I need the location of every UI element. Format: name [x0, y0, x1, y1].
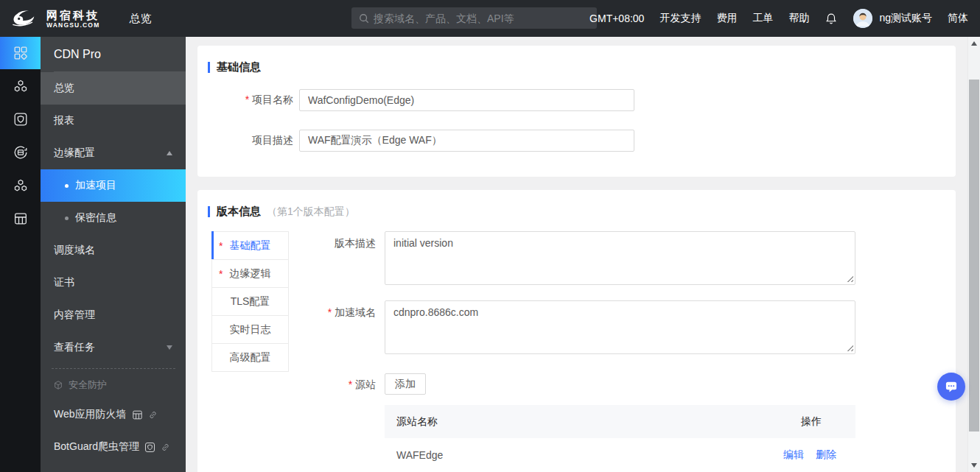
billing-link[interactable]: 费用: [716, 12, 737, 25]
sidebar-item-view-tasks[interactable]: 查看任务: [41, 331, 186, 364]
project-desc-input[interactable]: [299, 130, 634, 152]
basic-info-title: 基础信息: [208, 60, 956, 74]
calculator-icon: [13, 211, 29, 227]
brand-text: 网宿科技 WANGSU.COM: [46, 9, 99, 29]
circular-storage-icon: [13, 144, 29, 161]
title-accent-bar: [208, 206, 210, 217]
avatar: [853, 9, 872, 28]
sidebar-item-label: Web应用防火墙: [54, 408, 127, 421]
scroll-down-arrow[interactable]: [971, 463, 977, 468]
topnav-overview[interactable]: 总览: [129, 12, 151, 26]
sidebar-item-label: 报表: [54, 114, 74, 127]
cube-icon: [53, 380, 63, 390]
sidebar-item-scheduling-domains[interactable]: 调度域名: [41, 234, 186, 267]
calculator-icon: [131, 409, 144, 421]
timezone-selector[interactable]: GMT+08:00: [589, 13, 644, 24]
tab-edge-logic[interactable]: 边缘逻辑: [211, 259, 289, 288]
sidebar-item-label: 调度域名: [54, 244, 95, 257]
rail-item-security[interactable]: [0, 103, 41, 135]
origin-actions-cell: 编辑 删除: [582, 438, 855, 472]
bell-icon[interactable]: [825, 12, 838, 26]
wangsu-swoosh-icon: [10, 6, 40, 31]
project-desc-row: 项目描述: [208, 130, 956, 152]
brand-name-cn: 网宿科技: [46, 9, 99, 21]
chevron-down-icon: [167, 345, 172, 350]
chevron-up-icon: [167, 151, 172, 155]
sidebar-menu: CDN Pro 总览 报表 边缘配置 加速项目 保密信息 调度域名: [41, 37, 186, 472]
tab-realtime-log[interactable]: 实时日志: [211, 315, 289, 344]
origin-name-cell: WAFEdge: [385, 438, 582, 472]
sidebar-item-waf[interactable]: Web应用防火墙: [41, 398, 186, 431]
origin-table-header: 源站名称 操作: [385, 405, 855, 438]
dev-support-link[interactable]: 开发支持: [659, 12, 701, 25]
table-row: WAFEdge 编辑 删除: [385, 438, 855, 472]
scroll-up-arrow[interactable]: [971, 41, 977, 46]
col-actions: 操作: [582, 405, 855, 438]
version-tab-list: 基础配置 边缘逻辑 TLS配置 实时日志 高级配置: [211, 231, 289, 472]
edit-origin-link[interactable]: 编辑: [783, 448, 804, 460]
account-menu[interactable]: ng测试账号: [853, 9, 932, 28]
project-desc-label: 项目描述: [208, 134, 293, 147]
col-origin-name: 源站名称: [385, 405, 582, 438]
sidebar-item-label: 内容管理: [54, 309, 95, 322]
tab-label: 基础配置: [230, 239, 271, 253]
project-name-input[interactable]: [299, 89, 634, 111]
chat-bubble-icon: [944, 379, 959, 394]
version-info-card: 版本信息 （第1个版本配置） 基础配置 边缘逻辑: [197, 190, 956, 472]
apps-grid-icon: [13, 45, 29, 61]
tab-tls-config[interactable]: TLS配置: [211, 287, 289, 316]
section-title-text: 基础信息: [217, 60, 261, 74]
external-link-icon: [148, 410, 158, 420]
cluster-icon: [13, 78, 29, 94]
accel-domain-row: 加速域名 cdnpro.8686c.com: [289, 300, 956, 354]
search-input[interactable]: [374, 13, 589, 24]
sidebar-item-content-mgmt[interactable]: 内容管理: [41, 299, 186, 331]
tab-label: 高级配置: [230, 351, 271, 364]
title-accent-bar: [208, 62, 210, 73]
brand-logo[interactable]: 网宿科技 WANGSU.COM: [10, 6, 99, 31]
page-body: CDN Pro 总览 报表 边缘配置 加速项目 保密信息 调度域名: [0, 37, 980, 472]
rail-item-storage[interactable]: [0, 136, 41, 169]
bullet-dot: [65, 184, 69, 188]
sidebar-item-accel-projects[interactable]: 加速项目: [41, 169, 186, 202]
project-name-row: 项目名称: [208, 89, 956, 111]
sidebar-item-reports[interactable]: 报表: [41, 105, 186, 137]
bullet-dot: [65, 216, 69, 220]
help-link[interactable]: 帮助: [788, 12, 809, 25]
rail-item-cdn-pro[interactable]: [0, 37, 41, 69]
version-form: 版本描述 initial version 加速域名 cdnpro.8686c.c…: [289, 231, 956, 472]
top-header: 网宿科技 WANGSU.COM 总览 GMT+08:00 开发支持 费用 工单 …: [0, 0, 980, 37]
sidebar-item-certificates[interactable]: 证书: [41, 267, 186, 299]
support-chat-button[interactable]: [937, 373, 965, 401]
language-toggle[interactable]: 简体: [948, 12, 968, 25]
version-desc-row: 版本描述 initial version: [289, 231, 956, 285]
sidebar-item-label: 加速项目: [75, 179, 116, 192]
sidebar-item-label: 证书: [54, 276, 74, 289]
sidebar-item-overview[interactable]: 总览: [41, 72, 186, 105]
sidebar-item-edge-config[interactable]: 边缘配置: [41, 137, 186, 169]
version-desc-textarea[interactable]: initial version: [385, 231, 855, 285]
shield-square-icon: [144, 441, 156, 454]
scrollbar-thumb[interactable]: [969, 80, 979, 432]
sidebar-item-botguard[interactable]: BotGuard爬虫管理: [41, 431, 186, 463]
delete-origin-link[interactable]: 删除: [816, 448, 836, 460]
tab-label: 边缘逻辑: [230, 267, 271, 281]
origin-table: 源站名称 操作 WAFEdge 编辑: [385, 405, 855, 472]
product-title: CDN Pro: [41, 37, 186, 72]
add-origin-button[interactable]: 添加: [385, 373, 426, 395]
section-title-text: 版本信息: [217, 205, 261, 219]
rail-item-billing-calc[interactable]: [0, 202, 41, 235]
icon-rail: [0, 37, 41, 472]
rail-item-nodes[interactable]: [0, 70, 41, 102]
origin-label: 源站: [289, 373, 376, 472]
rail-item-cluster2[interactable]: [0, 169, 41, 202]
tab-advanced-config[interactable]: 高级配置: [211, 343, 289, 372]
accel-domain-textarea[interactable]: cdnpro.8686c.com: [385, 300, 855, 354]
header-right-group: GMT+08:00 开发支持 费用 工单 帮助 ng测试账号: [589, 0, 968, 37]
ticket-link[interactable]: 工单: [752, 12, 773, 25]
sidebar-item-label: 查看任务: [54, 341, 95, 354]
sidebar-item-label: 总览: [54, 82, 74, 95]
tab-basic-config[interactable]: 基础配置: [211, 231, 289, 260]
sidebar-item-secrets[interactable]: 保密信息: [41, 202, 186, 234]
shield-square-icon: [13, 111, 29, 127]
